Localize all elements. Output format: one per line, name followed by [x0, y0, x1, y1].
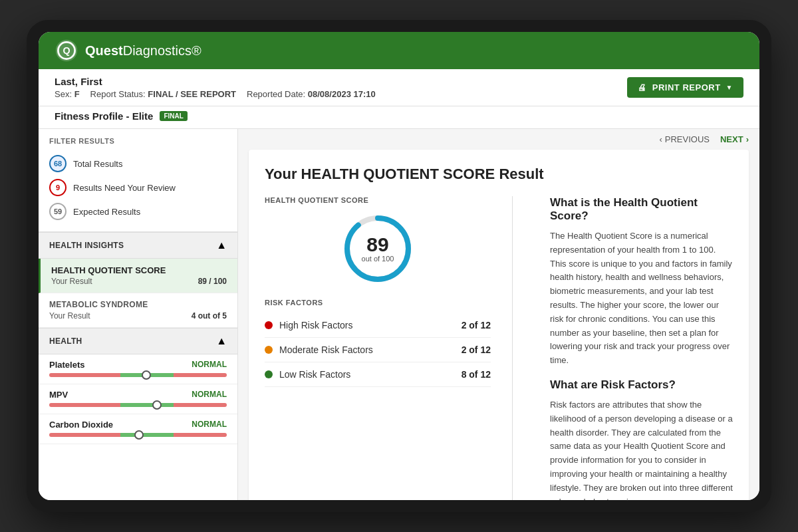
- health-quotient-score-sub: Your Result 89 / 100: [51, 277, 227, 286]
- sex-label: Sex: F: [55, 89, 80, 99]
- filter-section: FILTER RESULTS 68 Total Results 9 Result…: [39, 129, 237, 232]
- needs-review-badge: 9: [49, 179, 66, 196]
- gauge-text: 89 out of 100: [362, 235, 394, 263]
- metabolic-sub: Your Result 4 out of 5: [49, 311, 227, 321]
- profile-bar: Fitness Profile - Elite FINAL: [39, 106, 759, 129]
- low-risk-value: 8 of 12: [462, 369, 491, 380]
- sidebar-health-quotient-score[interactable]: HEALTH QUOTIENT SCORE Your Result 89 / 1…: [39, 259, 237, 293]
- patient-info: Last, First Sex: F Report Status: FINAL …: [55, 76, 376, 99]
- card-title: Your HEALTH QUOTIENT SCORE Result: [265, 166, 733, 183]
- info-text-1: The Health Quotient Score is a numerical…: [550, 229, 733, 368]
- high-risk-label: High Risk Factors: [279, 320, 352, 331]
- score-left: HEALTH QUOTIENT SCORE: [265, 196, 491, 500]
- report-status: Report Status: FINAL / SEE REPORT: [90, 89, 236, 99]
- health-section-title: HEALTH: [49, 336, 82, 346]
- reported-date: Reported Date: 08/08/2023 17:10: [247, 89, 376, 99]
- filter-expected-results[interactable]: 59 Expected Results: [49, 200, 227, 223]
- filter-total-results[interactable]: 68 Total Results: [49, 152, 227, 176]
- sub-header: Last, First Sex: F Report Status: FINAL …: [39, 69, 759, 106]
- header: Q QuestDiagnostics®: [39, 32, 759, 69]
- metabolic-result-value: 4 out of 5: [192, 311, 227, 321]
- risk-moderate: Moderate Risk Factors 2 of 12: [265, 338, 491, 362]
- total-results-label: Total Results: [73, 159, 122, 169]
- gauge-number: 89: [362, 235, 394, 255]
- mpv-title: MPV NORMAL: [49, 390, 227, 400]
- quest-logo-icon: Q: [55, 39, 78, 63]
- profile-title: Fitness Profile - Elite: [55, 110, 153, 122]
- filter-needs-review[interactable]: 9 Results Need Your Review: [49, 176, 227, 200]
- mpv-track: [49, 403, 227, 407]
- carbon-dioxide-thumb: [134, 430, 144, 440]
- moderate-risk-label: Moderate Risk Factors: [279, 344, 373, 355]
- health-quotient-result-label: Your Result: [51, 277, 92, 286]
- sidebar: FILTER RESULTS 68 Total Results 9 Result…: [39, 129, 238, 500]
- total-results-badge: 68: [49, 155, 66, 172]
- platelets-slider: [49, 373, 227, 378]
- carbon-dioxide-item[interactable]: Carbon Dioxide NORMAL: [39, 414, 237, 444]
- collapse-icon: ▲: [216, 239, 227, 251]
- risk-high: High Risk Factors 2 of 12: [265, 313, 491, 338]
- metabolic-title: METABOLIC SYNDROME: [49, 300, 227, 309]
- screen: Q QuestDiagnostics® Last, First Sex: F R…: [39, 32, 759, 500]
- platelets-title: Platelets NORMAL: [49, 360, 227, 370]
- score-gauge: 89 out of 100: [341, 212, 414, 285]
- carbon-dioxide-title: Carbon Dioxide NORMAL: [49, 420, 227, 430]
- expected-results-label: Expected Results: [73, 207, 140, 217]
- score-section: HEALTH QUOTIENT SCORE: [265, 196, 733, 500]
- low-risk-dot: [265, 370, 273, 378]
- final-badge: FINAL: [160, 111, 187, 121]
- info-text-2: Risk factors are attributes that show th…: [550, 398, 733, 500]
- metabolic-syndrome-section[interactable]: METABOLIC SYNDROME Your Result 4 out of …: [39, 293, 237, 328]
- patient-name: Last, First: [55, 76, 376, 87]
- health-section-header[interactable]: HEALTH ▲: [39, 328, 237, 354]
- main-content: FILTER RESULTS 68 Total Results 9 Result…: [39, 129, 759, 500]
- metabolic-result-label: Your Result: [49, 311, 90, 321]
- main-panel: ‹ PREVIOUS NEXT › Your HEALTH QUOTIENT S…: [238, 129, 759, 500]
- health-collapse-icon: ▲: [216, 335, 227, 347]
- chevron-down-icon: ▼: [726, 84, 733, 91]
- platelets-track: [49, 373, 227, 377]
- print-report-button[interactable]: 🖨 PRINT REPORT ▼: [627, 77, 743, 98]
- high-risk-value: 2 of 12: [462, 320, 491, 331]
- filter-title: FILTER RESULTS: [49, 137, 227, 145]
- section-divider: [512, 196, 513, 500]
- mpv-item[interactable]: MPV NORMAL: [39, 384, 237, 414]
- risk-moderate-left: Moderate Risk Factors: [265, 344, 373, 355]
- printer-icon: 🖨: [638, 82, 647, 92]
- needs-review-label: Results Need Your Review: [73, 183, 176, 193]
- gauge-sub: out of 100: [362, 255, 394, 263]
- svg-text:Q: Q: [63, 45, 70, 56]
- high-risk-dot: [265, 321, 273, 329]
- patient-details: Sex: F Report Status: FINAL / SEE REPORT…: [55, 89, 376, 99]
- risk-high-left: High Risk Factors: [265, 320, 352, 331]
- device-frame: Q QuestDiagnostics® Last, First Sex: F R…: [27, 20, 771, 512]
- gauge-container: 89 out of 100: [265, 212, 491, 285]
- low-risk-label: Low Risk Factors: [279, 369, 350, 380]
- previous-link[interactable]: ‹ PREVIOUS: [659, 134, 710, 144]
- content-card: Your HEALTH QUOTIENT SCORE Result HEALTH…: [249, 150, 749, 500]
- logo-text: QuestDiagnostics®: [85, 43, 201, 59]
- mpv-thumb: [152, 400, 162, 410]
- moderate-risk-dot: [265, 346, 273, 354]
- carbon-dioxide-slider: [49, 433, 227, 438]
- mpv-slider: [49, 403, 227, 408]
- health-quotient-score-title: HEALTH QUOTIENT SCORE: [51, 265, 227, 275]
- info-title-1: What is the Health Quotient Score?: [550, 196, 733, 223]
- health-insights-title: HEALTH INSIGHTS: [49, 241, 124, 250]
- risk-low-left: Low Risk Factors: [265, 369, 350, 380]
- risk-section-label: RISK FACTORS: [265, 299, 491, 307]
- risk-low: Low Risk Factors 8 of 12: [265, 362, 491, 387]
- expected-results-badge: 59: [49, 203, 66, 220]
- platelets-item[interactable]: Platelets NORMAL: [39, 354, 237, 384]
- info-title-2: What are Risk Factors?: [550, 378, 733, 392]
- score-section-label: HEALTH QUOTIENT SCORE: [265, 196, 491, 204]
- moderate-risk-value: 2 of 12: [462, 344, 491, 355]
- health-quotient-result-value: 89 / 100: [198, 277, 227, 286]
- health-insights-section-header[interactable]: HEALTH INSIGHTS ▲: [39, 232, 237, 259]
- info-section: What is the Health Quotient Score? The H…: [534, 196, 733, 500]
- nav-bar: ‹ PREVIOUS NEXT ›: [238, 129, 759, 150]
- platelets-thumb: [142, 370, 151, 380]
- logo-area: Q QuestDiagnostics®: [55, 39, 201, 63]
- next-link[interactable]: NEXT ›: [720, 134, 749, 144]
